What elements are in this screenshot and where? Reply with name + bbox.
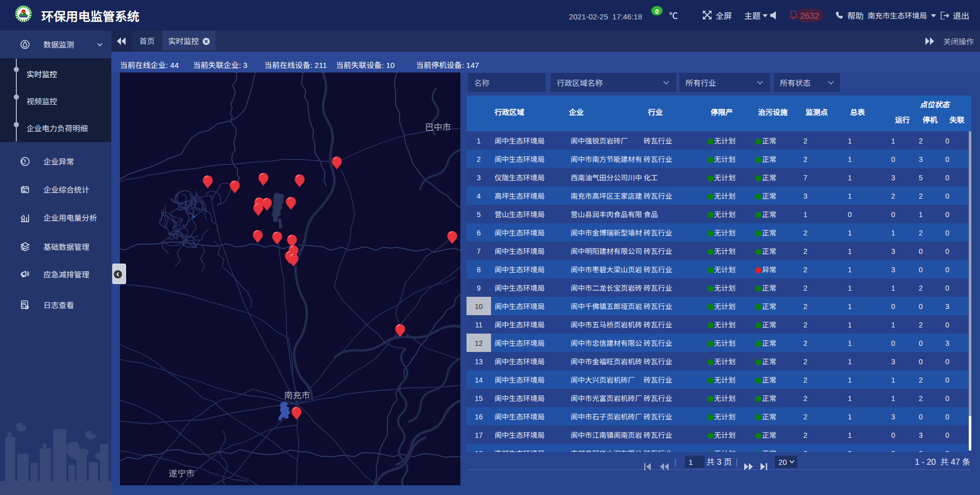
svg-text:遂宁市: 遂宁市	[169, 466, 195, 479]
svg-text:巴中市: 巴中市	[425, 120, 451, 133]
svg-text:南充市: 南充市	[284, 388, 310, 401]
